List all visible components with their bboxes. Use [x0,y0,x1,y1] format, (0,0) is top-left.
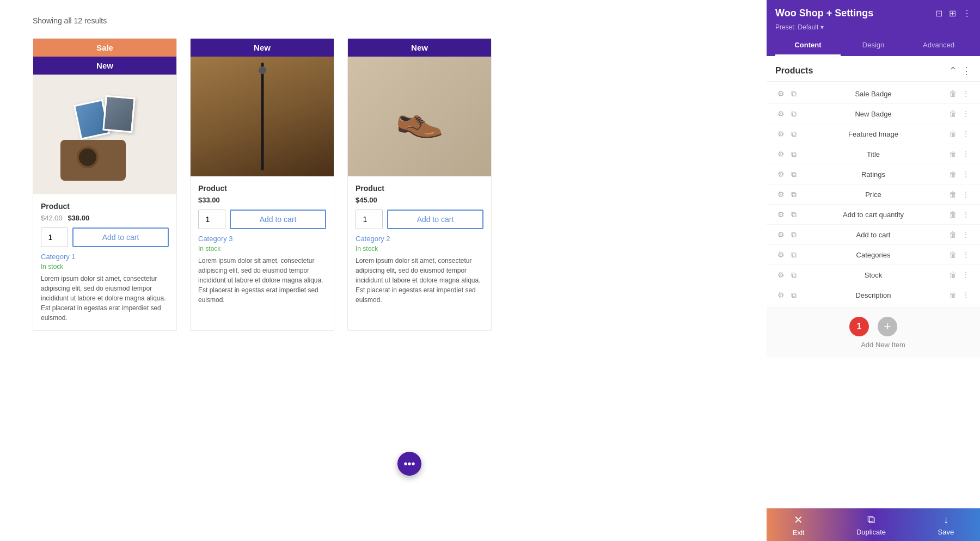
zipper-bag-visual [191,57,334,176]
settings-icon-sale-badge[interactable]: ⚙ [775,88,786,99]
qty-input-1[interactable] [41,228,68,247]
settings-icon-add-to-cart[interactable]: ⚙ [775,229,786,240]
item-actions-ratings: 🗑 ⋮ [947,169,971,180]
copy-icon-price[interactable]: ⧉ [788,189,799,200]
copy-icon-stock[interactable]: ⧉ [788,269,799,280]
settings-icon-featured-image[interactable]: ⚙ [775,128,786,139]
more-icon-description[interactable]: ⋮ [960,290,971,300]
item-icons-new-badge: ⚙ ⧉ [775,108,799,119]
copy-icon-add-to-cart-quantity[interactable]: ⧉ [788,209,799,220]
settings-icon-categories[interactable]: ⚙ [775,249,786,260]
category-link-2[interactable]: Category 3 [198,235,326,243]
preset-dropdown-icon[interactable]: ▾ [820,23,824,31]
copy-icon-ratings[interactable]: ⧉ [788,169,799,180]
product-title-1: Product [41,202,169,211]
products-section: Products ⌃ ⋮ ⚙ ⧉ Sale Badge 🗑 ⋮ [767,56,980,508]
more-icon-featured-image[interactable]: ⋮ [960,128,971,139]
section-header-icons: ⌃ ⋮ [949,65,971,77]
product-card-2: New Product $33.00 Add to cart Category … [190,38,334,331]
add-to-cart-button-2[interactable]: Add to cart [230,210,326,229]
product-desc-3: Lorem ipsum dolor sit amet, consectetur … [356,256,483,305]
section-header: Products ⌃ ⋮ [767,56,980,82]
tab-advanced[interactable]: Advanced [906,35,971,56]
settings-icon-stock[interactable]: ⚙ [775,269,786,280]
item-label-price: Price [804,190,943,199]
section-more-icon[interactable]: ⋮ [961,65,971,77]
settings-icon-description[interactable]: ⚙ [775,290,786,300]
delete-icon-ratings[interactable]: 🗑 [947,169,958,180]
more-icon-categories[interactable]: ⋮ [960,249,971,260]
polaroid-2 [102,95,135,133]
delete-icon-new-badge[interactable]: 🗑 [947,108,958,119]
main-content: Showing all 12 results Sale New Product … [0,0,767,541]
kebab-menu-icon[interactable]: ⋮ [963,8,971,19]
price-new-1: $38.00 [68,214,89,222]
fab-dots: ••• [403,458,415,470]
qty-input-3[interactable] [356,210,383,229]
panel-item-add-to-cart-quantity: ⚙ ⧉ Add to cart quantity 🗑 ⋮ [767,205,980,225]
more-icon-title[interactable]: ⋮ [960,149,971,159]
copy-icon-sale-badge[interactable]: ⧉ [788,88,799,99]
tab-design[interactable]: Design [841,35,906,56]
more-icon-ratings[interactable]: ⋮ [960,169,971,180]
panel-item-stock: ⚙ ⧉ Stock 🗑 ⋮ [767,265,980,285]
item-label-stock: Stock [804,271,943,279]
qty-input-2[interactable] [198,210,225,229]
tab-content[interactable]: Content [775,35,841,56]
more-icon-add-to-cart[interactable]: ⋮ [960,229,971,240]
product-price-3: $45.00 [356,196,483,204]
more-icon-sale-badge[interactable]: ⋮ [960,88,971,99]
product-desc-2: Lorem ipsum dolor sit amet, consectetur … [198,256,326,305]
settings-icon-ratings[interactable]: ⚙ [775,169,786,180]
collapse-icon[interactable]: ⌃ [949,65,957,77]
add-to-cart-button-1[interactable]: Add to cart [72,228,169,247]
add-new-item-label: Add New Item [861,341,905,349]
delete-icon-title[interactable]: 🗑 [947,149,958,159]
item-icons-sale-badge: ⚙ ⧉ [775,88,799,99]
more-icon-price[interactable]: ⋮ [960,189,971,200]
right-panel: Woo Shop + Settings ⊡ ⊞ ⋮ Preset: Defaul… [767,0,980,541]
delete-icon-sale-badge[interactable]: 🗑 [947,88,958,99]
settings-icon-new-badge[interactable]: ⚙ [775,108,786,119]
delete-icon-add-to-cart-quantity[interactable]: 🗑 [947,209,958,220]
copy-icon-title[interactable]: ⧉ [788,149,799,159]
panel-item-new-badge: ⚙ ⧉ New Badge 🗑 ⋮ [767,104,980,124]
product-price-2: $33.00 [198,196,326,204]
copy-icon-new-badge[interactable]: ⧉ [788,108,799,119]
products-grid: Sale New Product $42.00 $38.00 Add [33,38,734,331]
more-icon-add-to-cart-quantity[interactable]: ⋮ [960,209,971,220]
duplicate-button[interactable]: ⧉ Duplicate [856,513,886,536]
delete-icon-categories[interactable]: 🗑 [947,249,958,260]
delete-icon-price[interactable]: 🗑 [947,189,958,200]
add-to-cart-button-3[interactable]: Add to cart [387,210,483,229]
category-link-1[interactable]: Category 1 [41,253,169,261]
category-link-3[interactable]: Category 2 [356,235,483,243]
layout-icon[interactable]: ⊞ [949,8,956,19]
product-title-3: Product [356,184,483,193]
exit-button[interactable]: ✕ Exit [793,513,805,537]
more-icon-stock[interactable]: ⋮ [960,269,971,280]
delete-icon-description[interactable]: 🗑 [947,290,958,300]
save-button[interactable]: ↓ Save [938,513,954,536]
fab-button[interactable]: ••• [397,452,421,476]
more-icon-new-badge[interactable]: ⋮ [960,108,971,119]
item-actions-title: 🗑 ⋮ [947,149,971,159]
notification-badge[interactable]: 1 [849,317,869,336]
delete-icon-add-to-cart[interactable]: 🗑 [947,229,958,240]
settings-icon-title[interactable]: ⚙ [775,149,786,159]
delete-icon-featured-image[interactable]: 🗑 [947,128,958,139]
panel-preset: Preset: Default ▾ [775,23,971,31]
add-to-cart-row-2: Add to cart [198,210,326,229]
exit-icon: ✕ [794,513,803,526]
copy-icon-featured-image[interactable]: ⧉ [788,128,799,139]
zipper-pull [259,66,266,74]
copy-icon-categories[interactable]: ⧉ [788,249,799,260]
copy-icon-description[interactable]: ⧉ [788,290,799,300]
add-new-item-button[interactable]: + [878,317,897,336]
add-new-section: 1 + Add New Item [767,308,980,358]
delete-icon-stock[interactable]: 🗑 [947,269,958,280]
settings-icon-add-to-cart-quantity[interactable]: ⚙ [775,209,786,220]
settings-icon-price[interactable]: ⚙ [775,189,786,200]
responsive-icon[interactable]: ⊡ [935,8,942,19]
copy-icon-add-to-cart[interactable]: ⧉ [788,229,799,240]
